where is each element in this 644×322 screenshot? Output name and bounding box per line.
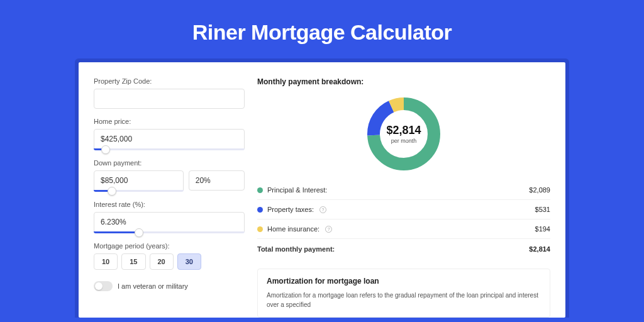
zip-input[interactable] [94, 89, 245, 109]
breakdown-title: Monthly payment breakdown: [257, 77, 550, 86]
veteran-label: I am veteran or military [118, 282, 188, 290]
down-payment-pct-input[interactable] [189, 170, 245, 191]
home-price-slider[interactable] [94, 148, 245, 150]
amortization-text: Amortization for a mortgage loan refers … [267, 291, 541, 309]
slider-thumb[interactable] [135, 228, 143, 237]
legend-row-principal: Principal & Interest: $2,089 [257, 180, 550, 200]
home-price-input[interactable] [94, 129, 245, 149]
amortization-title: Amortization for mortgage loan [267, 277, 541, 286]
period-btn-20[interactable]: 20 [150, 253, 174, 270]
veteran-toggle[interactable] [94, 281, 113, 291]
total-value: $2,814 [529, 245, 550, 253]
dot-icon [257, 187, 263, 193]
period-field: Mortgage period (years): 10 15 20 30 [94, 242, 245, 270]
form-panel: Property Zip Code: Home price: Down paym… [94, 77, 245, 318]
down-payment-label: Down payment: [94, 159, 245, 167]
donut-chart: $2,814 per month [366, 96, 441, 172]
home-price-field: Home price: [94, 118, 245, 150]
legend-label: Property taxes: [267, 206, 314, 213]
legend-value: $531 [535, 206, 550, 213]
interest-slider[interactable] [94, 231, 245, 233]
breakdown-panel: Monthly payment breakdown: $2,814 per mo… [257, 77, 550, 318]
dot-icon [257, 207, 263, 213]
info-icon[interactable]: ? [319, 206, 326, 213]
legend-row-taxes: Property taxes: ? $531 [257, 200, 550, 219]
zip-label: Property Zip Code: [94, 77, 245, 85]
donut-sub: per month [391, 138, 417, 144]
zip-field: Property Zip Code: [94, 77, 245, 109]
dot-icon [257, 226, 263, 232]
legend-label: Home insurance: [267, 225, 319, 233]
slider-thumb[interactable] [108, 187, 116, 196]
calculator-card: Property Zip Code: Home price: Down paym… [79, 62, 565, 318]
down-payment-slider[interactable] [94, 190, 184, 192]
card-shadow: Property Zip Code: Home price: Down paym… [75, 58, 569, 318]
slider-thumb[interactable] [101, 145, 110, 154]
amortization-box: Amortization for mortgage loan Amortizat… [257, 269, 550, 318]
veteran-row: I am veteran or military [94, 281, 245, 291]
legend-row-total: Total monthly payment: $2,814 [257, 239, 550, 258]
donut-wrap: $2,814 per month [257, 92, 550, 180]
period-btn-30[interactable]: 30 [177, 253, 201, 270]
legend-label: Principal & Interest: [267, 186, 327, 194]
down-payment-field: Down payment: [94, 159, 245, 192]
home-price-label: Home price: [94, 118, 245, 125]
interest-field: Interest rate (%): [94, 201, 245, 233]
period-buttons: 10 15 20 30 [94, 253, 245, 270]
page-title: Riner Mortgage Calculator [0, 0, 644, 58]
interest-label: Interest rate (%): [94, 201, 245, 208]
period-btn-15[interactable]: 15 [121, 253, 145, 270]
donut-amount: $2,814 [386, 124, 421, 137]
total-label: Total monthly payment: [257, 245, 335, 253]
period-label: Mortgage period (years): [94, 242, 245, 250]
interest-input[interactable] [94, 212, 245, 232]
down-payment-input[interactable] [94, 170, 184, 191]
legend-value: $2,089 [529, 186, 550, 194]
legend-row-insurance: Home insurance: ? $194 [257, 219, 550, 239]
info-icon[interactable]: ? [325, 226, 332, 233]
legend-value: $194 [535, 225, 550, 233]
period-btn-10[interactable]: 10 [94, 253, 118, 270]
